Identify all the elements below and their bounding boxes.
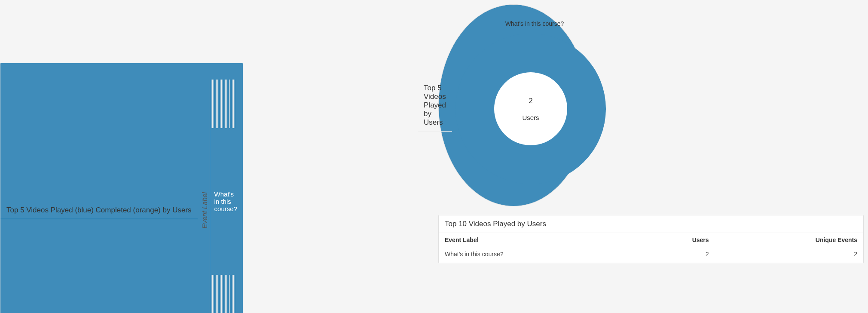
donut-chart-panel: Top 5 Videos Played by Users What's in t… — [438, 4, 589, 206]
donut-ring[interactable]: 2 Users — [455, 34, 606, 184]
dashboard: Top 5 Videos Played (blue) Completed (or… — [4, 4, 864, 309]
bar-chart-body: Event Label What's in this course? Users… — [198, 77, 243, 313]
bar-y-axis-title: Event Label — [200, 191, 210, 230]
donut-legend-label: What's in this course? — [505, 20, 564, 27]
bar-category-label: What's in this course? — [210, 190, 237, 212]
table-col-users[interactable]: Users — [639, 233, 713, 247]
bar-plot-area[interactable]: What's in this course? — [210, 80, 236, 313]
left-column: Top 5 Videos Played (blue) Completed (or… — [4, 4, 430, 309]
table-panel: Top 10 Videos Played by Users Event Labe… — [438, 215, 864, 263]
donut-center: 2 Users — [494, 72, 567, 145]
table-row[interactable]: What's in this course? 2 2 — [440, 247, 862, 261]
bar-chart-panel: Top 5 Videos Played (blue) Completed (or… — [0, 63, 243, 313]
donut-legend[interactable]: What's in this course? — [455, 20, 606, 27]
table-cell-users: 2 — [639, 247, 713, 261]
videos-table: Event Label Users Unique Events What's i… — [440, 233, 862, 261]
table-header-row: Event Label Users Unique Events — [440, 233, 862, 247]
bar-chart-title: Top 5 Videos Played (blue) Completed (or… — [0, 202, 198, 219]
donut-legend-swatch — [498, 21, 503, 26]
donut-center-label: Users — [522, 114, 539, 121]
donut-center-value: 2 — [529, 97, 532, 105]
table-title: Top 10 Videos Played by Users — [439, 215, 863, 233]
donut-chart-title: Top 5 Videos Played by Users — [418, 80, 452, 132]
right-column: Top 5 Videos Played by Users What's in t… — [438, 4, 864, 309]
table-cell-unique-events: 2 — [713, 247, 862, 261]
bar-segment-play[interactable]: What's in this course? — [210, 128, 236, 275]
table-col-unique-events[interactable]: Unique Events — [713, 233, 862, 247]
table-col-event-label[interactable]: Event Label — [440, 233, 639, 247]
table-cell-event-label: What's in this course? — [440, 247, 639, 261]
